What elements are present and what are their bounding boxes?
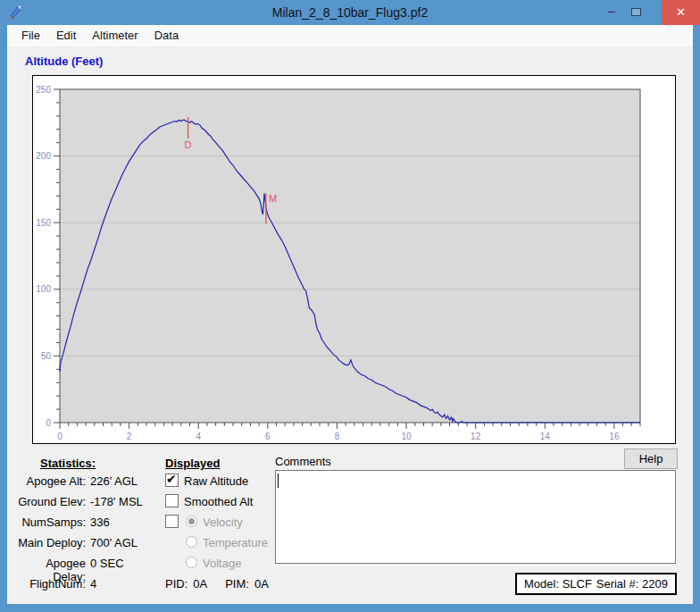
svg-text:2: 2 (127, 432, 132, 441)
altitude-chart[interactable]: 0501001502002500246810121416DM (32, 75, 676, 444)
client-area: File Edit Altimeter Data Altitude (Feet)… (7, 25, 693, 604)
svg-text:M: M (269, 193, 277, 204)
checkmark-icon: ✔ (166, 472, 177, 486)
svg-text:16: 16 (609, 432, 620, 441)
voltage-label: Voltage (203, 557, 241, 570)
stat-label: Main Deploy: (18, 536, 86, 549)
maximize-icon (631, 8, 641, 16)
stat-value: 700' AGL (90, 536, 138, 549)
serial-info: Serial #: 2209 (596, 577, 668, 591)
maximize-button[interactable] (626, 0, 647, 25)
temperature-radio (186, 536, 197, 548)
menu-edit[interactable]: Edit (48, 25, 84, 46)
device-info-box: Model: SLCF Serial #: 2209 (515, 573, 677, 595)
velocity-radio (186, 516, 197, 527)
serial-label: Serial #: (596, 577, 639, 591)
model-info: Model: SLCF (524, 577, 592, 591)
window-title: Milan_2_8_10bar_Flug3.pf2 (0, 0, 700, 25)
radio-dot-icon (188, 518, 195, 524)
voltage-radio (186, 557, 197, 568)
stat-label: NumSamps: (18, 516, 86, 529)
pim-value: 0A (254, 577, 269, 591)
pid-value: 0A (193, 577, 207, 591)
svg-text:4: 4 (196, 432, 201, 441)
raw-altitude-checkbox[interactable]: ✔ (165, 474, 179, 487)
stat-label: Ground Elev: (18, 495, 86, 508)
svg-text:10: 10 (401, 432, 412, 441)
minimize-button[interactable]: – (603, 0, 621, 25)
stat-value: 0 SEC (90, 557, 124, 570)
statistics-heading: Statistics: (40, 457, 96, 470)
stat-label: FlightNum: (18, 577, 86, 591)
svg-text:0: 0 (57, 432, 62, 441)
app-window: Milan_2_8_10bar_Flug3.pf2 – ✕ File Edit … (0, 0, 700, 612)
comments-label: Comments (275, 455, 331, 468)
pid-pim-row: PID:0APIM:0A (165, 577, 274, 591)
menu-altimeter[interactable]: Altimeter (84, 25, 146, 46)
svg-text:6: 6 (265, 432, 271, 441)
svg-text:250: 250 (36, 85, 51, 95)
serial-value: 2209 (642, 577, 668, 591)
title-bar[interactable]: Milan_2_8_10bar_Flug3.pf2 – ✕ (0, 0, 700, 25)
stat-value: -178' MSL (90, 495, 143, 508)
svg-text:12: 12 (471, 432, 481, 441)
help-button[interactable]: Help (624, 449, 678, 469)
smoothed-alt-checkbox[interactable]: ✔ (165, 494, 179, 507)
svg-text:50: 50 (41, 351, 52, 361)
close-button[interactable]: ✕ (662, 0, 700, 25)
stat-value: 336 (90, 516, 110, 529)
smoothed-alt-label: Smoothed Alt (184, 495, 253, 508)
svg-text:0: 0 (46, 418, 51, 428)
chart-plot[interactable]: 0501001502002500246810121416DM (33, 76, 675, 443)
temperature-label: Temperature (203, 536, 268, 549)
svg-text:D: D (185, 139, 192, 150)
stat-value: 226' AGL (90, 474, 138, 488)
model-value: SLCF (562, 577, 592, 591)
stat-value: 4 (90, 577, 96, 591)
pim-label: PIM: (225, 577, 249, 591)
svg-text:14: 14 (540, 432, 551, 441)
svg-text:150: 150 (36, 218, 51, 228)
text-caret (278, 474, 279, 488)
menu-bar: File Edit Altimeter Data (7, 25, 693, 46)
svg-text:200: 200 (36, 151, 51, 161)
menu-data[interactable]: Data (146, 25, 187, 46)
menu-file[interactable]: File (13, 25, 48, 46)
pid-label: PID: (165, 577, 188, 591)
stat-label: Apogee Alt: (18, 474, 86, 488)
svg-text:100: 100 (36, 284, 51, 294)
velocity-checkbox[interactable]: ✔ (165, 515, 179, 528)
raw-altitude-label: Raw Altitude (184, 474, 248, 488)
velocity-label: Velocity (203, 516, 243, 529)
comments-textarea[interactable] (275, 470, 676, 564)
model-label: Model: (524, 577, 559, 591)
svg-text:8: 8 (335, 432, 340, 441)
displayed-heading: Displayed (165, 457, 220, 470)
chart-title: Altitude (Feet) (25, 54, 103, 68)
